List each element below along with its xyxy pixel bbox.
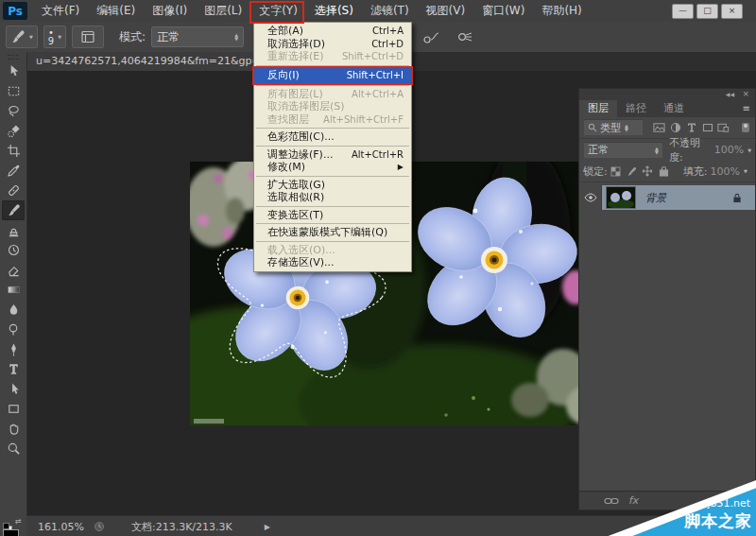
maximize-button[interactable]: □	[696, 4, 718, 19]
zoom-tool[interactable]	[2, 439, 25, 458]
lasso-tool[interactable]	[2, 101, 25, 121]
menu-separator	[256, 206, 409, 207]
clone-stamp-tool[interactable]	[2, 220, 25, 240]
layer-opacity-value[interactable]: 100%	[714, 144, 744, 156]
tab-paths[interactable]: 路径	[617, 100, 655, 117]
pen-tool[interactable]	[2, 339, 25, 359]
brush-size-picker[interactable]: • 9 ▼	[43, 26, 66, 48]
layer-opacity-label: 不透明度:	[669, 136, 712, 164]
menu-separator	[256, 85, 409, 86]
menu-item-edit-in-quick-mask[interactable]: 在快速蒙版模式下编辑(Q)	[254, 226, 411, 239]
menu-separator	[256, 128, 409, 129]
lock-label: 锁定:	[583, 164, 608, 179]
menu-separator	[256, 176, 409, 177]
tab-layers[interactable]: 图层	[579, 100, 617, 117]
eyedropper-tool[interactable]	[2, 161, 25, 181]
path-selection-tool[interactable]	[2, 379, 25, 399]
lock-transparent-pixels-icon[interactable]	[608, 164, 624, 179]
menu-view[interactable]: 视图(V)	[418, 0, 474, 22]
tab-channels[interactable]: 通道	[655, 100, 693, 117]
filter-toggle-icon[interactable]	[737, 121, 753, 135]
menu-type[interactable]: 文字(Y)	[250, 0, 306, 22]
menu-item-refine-edge[interactable]: 调整边缘(F)...Alt+Ctrl+R	[254, 148, 411, 162]
gradient-tool[interactable]	[2, 280, 25, 300]
status-options-arrow-icon[interactable]: ▶	[265, 523, 270, 531]
filter-type-layers-icon[interactable]	[683, 121, 699, 135]
menu-item-color-range[interactable]: 色彩范围(C)...	[254, 130, 411, 144]
airbrush-icon	[456, 29, 473, 44]
move-tool[interactable]	[2, 61, 25, 81]
panel-grip[interactable]	[8, 55, 19, 60]
airbrush-button[interactable]	[454, 26, 476, 47]
menu-item-modify[interactable]: 修改(M)▶	[254, 161, 411, 174]
filter-smart-objects-icon[interactable]	[715, 121, 731, 135]
layer-thumbnail	[606, 186, 636, 209]
filter-shape-layers-icon[interactable]	[699, 121, 715, 135]
spot-healing-brush-tool[interactable]	[2, 181, 25, 200]
menu-separator	[256, 146, 409, 147]
minimize-button[interactable]: —	[672, 4, 694, 19]
menu-item-deselect[interactable]: 取消选择(D)Ctrl+D	[254, 38, 411, 51]
menu-help[interactable]: 帮助(H)	[533, 0, 590, 22]
lock-image-pixels-icon[interactable]	[624, 164, 640, 179]
menu-filter[interactable]: 滤镜(T)	[362, 0, 418, 22]
tools-panel: ⇄	[0, 52, 27, 536]
close-button[interactable]: ×	[721, 4, 743, 19]
eraser-tool[interactable]	[2, 260, 25, 280]
rectangle-shape-tool[interactable]	[2, 399, 25, 419]
blur-tool[interactable]	[2, 300, 25, 320]
dodge-tool[interactable]	[2, 320, 25, 339]
crop-tool[interactable]	[2, 141, 25, 161]
menu-separator	[256, 65, 409, 66]
search-icon	[588, 123, 597, 132]
menu-edit[interactable]: 编辑(E)	[88, 0, 144, 22]
status-icon[interactable]	[94, 521, 105, 532]
pressure-opacity-button[interactable]	[420, 26, 442, 47]
photoshop-window: Ps 文件(F) 编辑(E) 图像(I) 图层(L) 文字(Y) 选择(S) 滤…	[0, 0, 756, 536]
fill-value[interactable]: 100%	[710, 165, 739, 178]
brush-tool[interactable]	[2, 200, 25, 220]
layer-visibility-toggle[interactable]	[579, 185, 602, 210]
lock-position-icon[interactable]	[640, 164, 656, 179]
type-tool[interactable]	[2, 359, 25, 379]
tool-preset-picker[interactable]: ▼	[6, 26, 38, 48]
layer-filter-row: 类型 ▲▼	[579, 117, 755, 139]
menu-layer[interactable]: 图层(L)	[196, 0, 250, 22]
quick-selection-tool[interactable]	[2, 121, 25, 141]
menu-item-similar[interactable]: 选取相似(R)	[254, 191, 411, 204]
layers-panel: ◀◀ × 图层 路径 通道 ≡ 类型 ▲▼ 正常 ▲▼	[578, 88, 756, 510]
background-layer-row[interactable]: 背景	[579, 185, 755, 210]
layer-effects-icon[interactable]: fx	[628, 494, 638, 507]
rectangular-marquee-tool[interactable]	[2, 81, 25, 101]
history-brush-tool[interactable]	[2, 240, 25, 260]
layer-blend-mode-select[interactable]: 正常 ▲▼	[583, 142, 663, 159]
collapse-panel-icon[interactable]: ◀◀	[726, 90, 734, 99]
toggle-brush-panel-button[interactable]	[72, 26, 104, 48]
menu-item-inverse[interactable]: 反向(I)Shift+Ctrl+I	[254, 68, 411, 83]
lock-fill-row: 锁定: 填充: 100% ▼	[579, 161, 755, 182]
lock-all-icon[interactable]	[656, 164, 672, 179]
swap-colors-icon[interactable]: ⇄	[15, 517, 22, 526]
mode-label: 模式:	[119, 29, 146, 45]
panel-menu-icon[interactable]: ≡	[743, 103, 750, 113]
hand-tool[interactable]	[2, 419, 25, 439]
menu-window[interactable]: 窗口(W)	[473, 0, 533, 22]
menu-item-grow[interactable]: 扩大选取(G)	[254, 179, 411, 192]
filter-type-select[interactable]: 类型 ▲▼	[583, 119, 644, 136]
selected-layer[interactable]: 背景	[602, 185, 755, 210]
photoshop-logo: Ps	[3, 2, 27, 20]
filter-adjustment-layers-icon[interactable]	[667, 121, 683, 135]
zoom-level-field[interactable]: 161.05%	[38, 521, 84, 533]
close-panel-icon[interactable]: ×	[742, 89, 749, 98]
blend-mode-select[interactable]: 正常 ▲▼	[151, 26, 244, 47]
link-layers-icon[interactable]	[604, 496, 619, 506]
menu-image[interactable]: 图像(I)	[144, 0, 196, 22]
window-controls: — □ ×	[672, 4, 743, 19]
menu-item-save-selection[interactable]: 存储选区(V)...	[254, 256, 411, 269]
menu-file[interactable]: 文件(F)	[33, 0, 88, 22]
menu-item-select-all[interactable]: 全部(A)Ctrl+A	[254, 25, 411, 38]
menu-item-transform-selection[interactable]: 变换选区(T)	[254, 209, 411, 222]
filter-pixel-layers-icon[interactable]	[651, 121, 667, 135]
foreground-color-swatch[interactable]	[3, 529, 19, 536]
menu-select[interactable]: 选择(S)	[306, 0, 362, 22]
